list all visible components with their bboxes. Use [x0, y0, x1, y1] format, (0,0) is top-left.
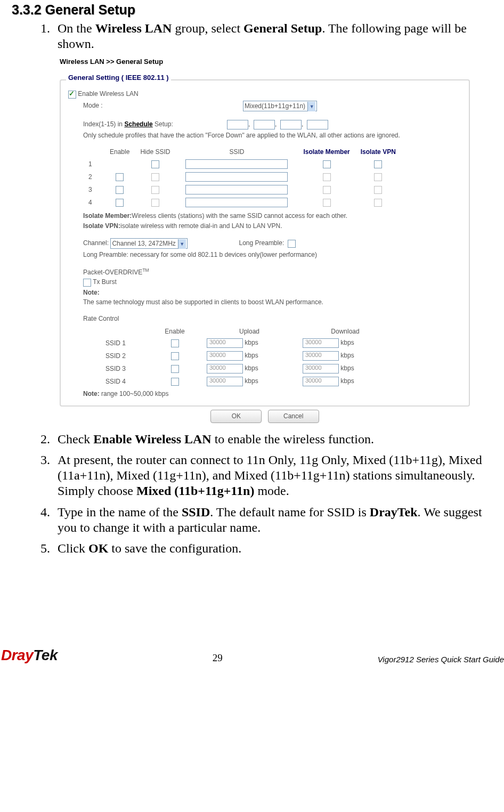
- packet-overdrive-label: Packet-OVERDRIVE: [83, 269, 142, 276]
- col-isolate-vpn: Isolate VPN: [355, 147, 401, 158]
- rate-note: range 100~50,000 kbps: [100, 390, 169, 397]
- rc-enable-2-checkbox[interactable]: [171, 352, 179, 360]
- steps-list: On the Wireless LAN group, select Genera…: [12, 21, 492, 556]
- guide-title: Vigor2912 Series Quick Start Guide: [378, 655, 504, 664]
- mode-select[interactable]: Mixed(11b+11g+11n)▼: [243, 101, 317, 111]
- schedule-note: Only schedule profiles that have the act…: [83, 132, 461, 140]
- isolate-vpn-4-checkbox[interactable]: [374, 199, 382, 207]
- ssid-row-num: 2: [83, 170, 104, 183]
- schedule-link[interactable]: Schedule: [124, 120, 152, 128]
- step-2: Check Enable Wireless LAN to enable the …: [53, 432, 492, 447]
- rc-download-4-input[interactable]: 30000: [303, 377, 339, 386]
- hide-ssid-2-checkbox[interactable]: [151, 173, 159, 181]
- channel-select[interactable]: Channel 13, 2472MHz▼: [110, 238, 187, 249]
- enable-ssid-4-checkbox[interactable]: [116, 199, 124, 207]
- rc-row-label: SSID 2: [100, 350, 148, 362]
- hide-ssid-1-checkbox[interactable]: [151, 160, 159, 168]
- tx-burst-checkbox[interactable]: [83, 279, 91, 287]
- isolate-vpn-2-checkbox[interactable]: [374, 173, 382, 181]
- isolate-vpn-3-checkbox[interactable]: [374, 186, 382, 194]
- enable-wlan-checkbox[interactable]: [68, 91, 76, 99]
- enable-wlan-label: Enable Wireless LAN: [78, 90, 138, 98]
- panel-title: General Setting ( IEEE 802.11 ): [66, 74, 171, 82]
- ssid-2-input[interactable]: [185, 172, 288, 182]
- tm-mark: TM: [142, 267, 149, 273]
- general-setting-panel: General Setting ( IEEE 802.11 ) Enable W…: [60, 79, 470, 407]
- rc-download-2-input[interactable]: 30000: [303, 351, 339, 361]
- ssid-row-num: 3: [83, 183, 104, 196]
- isolate-member-2-checkbox[interactable]: [323, 173, 331, 181]
- schedule-label-a: Index(1-15) in: [83, 120, 124, 128]
- chevron-down-icon: ▼: [178, 239, 186, 249]
- rc-enable-4-checkbox[interactable]: [171, 378, 179, 386]
- rc-download-3-input[interactable]: 30000: [303, 364, 339, 373]
- channel-label: Channel:: [83, 239, 109, 247]
- rc-download-1-input[interactable]: 30000: [303, 338, 339, 348]
- rc-enable-1-checkbox[interactable]: [171, 339, 179, 347]
- enable-ssid-2-checkbox[interactable]: [116, 173, 124, 181]
- rc-row-label: SSID 1: [100, 337, 148, 350]
- ssid-3-input[interactable]: [185, 185, 288, 194]
- schedule-input-3[interactable]: [280, 120, 302, 129]
- col-enable: Enable: [104, 147, 135, 158]
- hide-ssid-3-checkbox[interactable]: [151, 186, 159, 194]
- cancel-button[interactable]: Cancel: [268, 410, 319, 423]
- rc-col-download: Download: [297, 326, 393, 337]
- isolate-member-label: Isolate Member:: [83, 212, 132, 220]
- rc-upload-1-input[interactable]: 30000: [207, 338, 243, 348]
- ssid-1-input[interactable]: [185, 159, 288, 169]
- page-number: 29: [213, 652, 223, 664]
- ssid-4-input[interactable]: [185, 198, 288, 207]
- step-3: At present, the router can connect to 11…: [53, 452, 492, 499]
- rc-upload-4-input[interactable]: 30000: [207, 377, 243, 386]
- rc-upload-3-input[interactable]: 30000: [207, 364, 243, 373]
- rc-row-label: SSID 4: [100, 375, 148, 388]
- mode-label: Mode :: [83, 102, 243, 110]
- step-4: Type in the name of the SSID. The defaul…: [53, 505, 492, 536]
- rc-col-enable: Enable: [148, 326, 201, 337]
- section-heading: 3.3.2 General Setup: [12, 2, 492, 18]
- rc-upload-2-input[interactable]: 30000: [207, 351, 243, 361]
- schedule-input-1[interactable]: [227, 120, 248, 129]
- schedule-input-2[interactable]: [254, 120, 275, 129]
- long-preamble-checkbox[interactable]: [288, 240, 296, 248]
- breadcrumb: Wireless LAN >> General Setup: [60, 58, 470, 66]
- note-text: The same technology must also be support…: [83, 298, 461, 306]
- col-hide-ssid: Hide SSID: [135, 147, 175, 158]
- rc-col-upload: Upload: [201, 326, 297, 337]
- ssid-row-num: 1: [83, 158, 104, 170]
- step-5: Click OK to save the configuration.: [53, 541, 492, 556]
- isolate-vpn-text: isolate wireless with remote dial-in and…: [120, 222, 282, 230]
- col-isolate-member: Isolate Member: [298, 147, 355, 158]
- rc-row-label: SSID 3: [100, 362, 148, 375]
- isolate-vpn-1-checkbox[interactable]: [374, 160, 382, 168]
- enable-ssid-3-checkbox[interactable]: [116, 186, 124, 194]
- ok-button[interactable]: OK: [210, 410, 262, 423]
- ssid-row-num: 4: [83, 196, 104, 209]
- isolate-member-3-checkbox[interactable]: [323, 186, 331, 194]
- schedule-input-4[interactable]: [307, 120, 328, 129]
- rate-note-label: Note:: [83, 390, 100, 397]
- hide-ssid-4-checkbox[interactable]: [151, 199, 159, 207]
- col-ssid: SSID: [175, 147, 298, 158]
- long-preamble-label: Long Preamble:: [239, 239, 284, 247]
- draytek-logo: DrayTek: [1, 647, 58, 664]
- rate-control-label: Rate Control: [83, 315, 461, 323]
- isolate-member-text: Wireless clients (stations) with the sam…: [132, 212, 347, 220]
- isolate-member-4-checkbox[interactable]: [323, 199, 331, 207]
- tx-burst-label: Tx Burst: [93, 278, 117, 286]
- long-preamble-note: Long Preamble: necessary for some old 80…: [83, 251, 461, 259]
- chevron-down-icon: ▼: [307, 102, 315, 111]
- screenshot: Wireless LAN >> General Setup General Se…: [60, 58, 470, 423]
- note-label: Note:: [83, 289, 100, 296]
- schedule-label-b: Setup:: [153, 120, 173, 128]
- step-1: On the Wireless LAN group, select Genera…: [53, 21, 492, 423]
- rc-enable-3-checkbox[interactable]: [171, 365, 179, 373]
- isolate-member-1-checkbox[interactable]: [323, 160, 331, 168]
- isolate-vpn-label: Isolate VPN:: [83, 222, 120, 230]
